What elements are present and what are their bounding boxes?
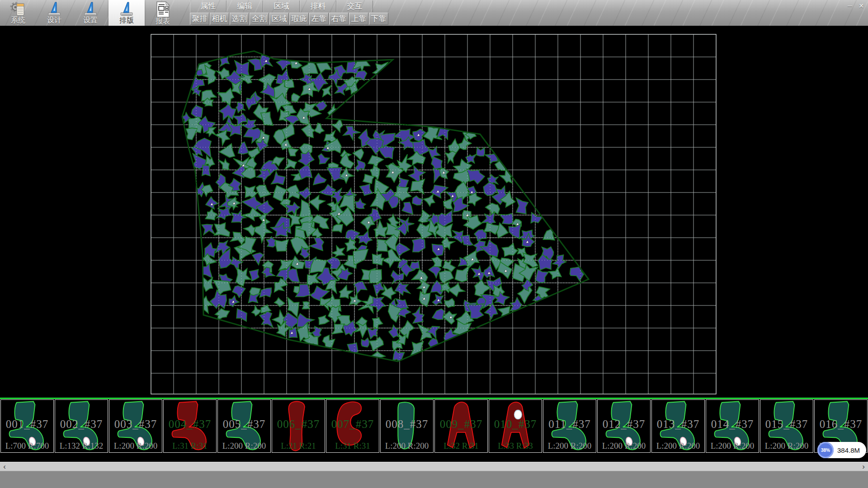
gear-notebook-icon <box>9 1 27 17</box>
piece-id-label: 009_#37 <box>435 418 487 431</box>
piece-id-label: 010_#37 <box>489 418 542 431</box>
minimize-button[interactable]: ─ <box>845 1 855 11</box>
piece-lr-label: L:200 R:200 <box>109 441 162 451</box>
toolbar-tab-2[interactable]: 设计 <box>36 0 72 26</box>
piece-lr-label: L:200 R:200 <box>652 441 704 451</box>
toolbar-tab-3[interactable]: 设置 <box>72 0 108 26</box>
menu-area: 属性编辑区域排料交互 聚排相机选割全割区域瑕疵左靠右靠上靠下靠 <box>190 0 841 26</box>
strip-divider-line <box>0 398 868 399</box>
toolbar-tab-5[interactable]: 报表 <box>145 0 181 26</box>
piece-thumbnail[interactable]: 007_#37L:31 R:31 <box>326 399 379 453</box>
piece-id-label: 002_#37 <box>55 418 108 431</box>
progress-percent: 38% <box>821 448 830 453</box>
piece-thumbnail[interactable]: 012_#37L:200 R:200 <box>597 399 651 453</box>
nesting-drawing <box>0 26 868 398</box>
tool-button-6[interactable]: 瑕疵 <box>289 13 309 25</box>
progress-badge[interactable]: 38% 384.8M <box>817 442 866 458</box>
piece-thumbnail[interactable]: 005_#37L:200 R:200 <box>217 399 271 453</box>
application-window: 系统设计设置排版报表 属性编辑区域排料交互 聚排相机选割全割区域瑕疵左靠右靠上靠… <box>0 0 868 488</box>
menu-row-top: 属性编辑区域排料交互 <box>190 0 373 12</box>
titlebar: 系统设计设置排版报表 属性编辑区域排料交互 聚排相机选割全割区域瑕疵左靠右靠上靠… <box>0 0 868 26</box>
piece-id-label: 015_#37 <box>760 418 813 431</box>
piece-lr-label: L:32 R:31 <box>435 441 487 451</box>
tool-button-3[interactable]: 选割 <box>230 13 249 25</box>
toolbar-tab-label: 设置 <box>83 17 98 24</box>
piece-lr-label: L:31 R:31 <box>164 441 216 451</box>
piece-lr-label: L:200 R:200 <box>760 441 813 451</box>
piece-thumbnail[interactable]: 004_#37L:31 R:31 <box>163 399 217 453</box>
piece-thumbnail[interactable]: 015_#37L:200 R:200 <box>760 399 813 453</box>
tool-button-5[interactable]: 区域 <box>269 13 289 25</box>
piece-lr-label: L:31 R:31 <box>326 441 379 451</box>
piece-lr-label: L:132 R:132 <box>55 441 108 451</box>
scroll-left-arrow[interactable]: ‹ <box>1 462 8 471</box>
menu-item-4[interactable]: 排料 <box>300 0 336 12</box>
menu-item-2[interactable]: 编辑 <box>226 0 263 12</box>
piece-lr-label: L:700 R:700 <box>1 441 53 451</box>
horizontal-scrollbar[interactable]: ‹ › <box>0 462 868 471</box>
set-square-icon <box>46 1 63 17</box>
piece-id-label: 005_#37 <box>218 418 270 431</box>
main-toolbar: 系统设计设置排版报表 <box>0 0 181 26</box>
piece-thumbnail[interactable]: 010_#37L:33 R:33 <box>489 399 542 453</box>
piece-thumbnail[interactable]: 002_#37L:132 R:132 <box>55 399 108 453</box>
piece-id-label: 003_#37 <box>109 418 162 431</box>
piece-thumbnail[interactable]: 014_#37L:200 R:200 <box>706 399 759 453</box>
toolbar-tab-label: 系统 <box>11 17 25 24</box>
memory-size-label: 384.8M <box>837 446 860 454</box>
toolbar-tab-label: 报表 <box>156 18 170 25</box>
toolbar-tab-label: 排版 <box>119 17 134 24</box>
tool-button-10[interactable]: 下靠 <box>369 13 388 25</box>
menu-item-5[interactable]: 交互 <box>336 0 373 12</box>
toolbar-tab-label: 设计 <box>47 17 61 24</box>
piece-id-label: 016_#37 <box>815 418 867 431</box>
piece-id-label: 008_#37 <box>381 418 433 431</box>
piece-thumbnail-list: 001_#37L:700 R:700002_#37L:132 R:132003_… <box>0 399 868 453</box>
piece-lr-label: L:200 R:200 <box>706 441 759 451</box>
piece-id-label: 014_#37 <box>706 418 759 431</box>
tool-button-2[interactable]: 相机 <box>210 13 229 25</box>
piece-thumbnail[interactable]: 011_#37L:200 R:200 <box>543 399 596 453</box>
piece-thumbnail[interactable]: 001_#37L:700 R:700 <box>0 399 54 453</box>
set-square-icon <box>82 1 99 17</box>
report-doc-icon <box>155 1 171 18</box>
piece-thumbnail[interactable]: 003_#37L:200 R:200 <box>109 399 162 453</box>
piece-id-label: 007_#37 <box>326 418 379 431</box>
menu-item-3[interactable]: 区域 <box>263 0 300 12</box>
piece-id-label: 006_#37 <box>272 418 325 431</box>
menu-item-1[interactable]: 属性 <box>190 0 226 12</box>
piece-lr-label: L:200 R:200 <box>543 441 596 451</box>
set-square-icon <box>118 1 135 17</box>
piece-id-label: 004_#37 <box>164 418 216 431</box>
toolbar-tab-1[interactable]: 系统 <box>0 0 36 26</box>
tool-button-8[interactable]: 右靠 <box>329 13 349 25</box>
toolbar-tab-4[interactable]: 排版 <box>108 0 145 26</box>
piece-lr-label: L:21 R:21 <box>272 441 325 451</box>
tool-button-9[interactable]: 上靠 <box>349 13 368 25</box>
piece-lr-label: L:200 R:200 <box>381 441 433 451</box>
tool-button-7[interactable]: 左靠 <box>309 13 329 25</box>
piece-id-label: 011_#37 <box>543 418 596 431</box>
piece-id-label: 012_#37 <box>598 418 650 431</box>
progress-percent-circle: 38% <box>817 442 834 458</box>
piece-thumbnail[interactable]: 009_#37L:32 R:31 <box>434 399 488 453</box>
tool-button-1[interactable]: 聚排 <box>190 13 209 25</box>
close-button[interactable]: ✕ <box>856 1 866 11</box>
pieces-strip: 001_#37L:700 R:700002_#37L:132 R:132003_… <box>0 398 868 462</box>
piece-id-label: 001_#37 <box>1 418 53 431</box>
piece-lr-label: L:200 R:200 <box>598 441 650 451</box>
piece-thumbnail[interactable]: 006_#37L:21 R:21 <box>272 399 325 453</box>
tool-button-4[interactable]: 全割 <box>250 13 269 25</box>
piece-thumbnail[interactable]: 013_#37L:200 R:200 <box>651 399 705 453</box>
piece-id-label: 013_#37 <box>652 418 704 431</box>
piece-lr-label: L:200 R:200 <box>218 441 270 451</box>
window-controls: ─ ✕ <box>845 1 866 11</box>
menu-row-tools: 聚排相机选割全割区域瑕疵左靠右靠上靠下靠 <box>190 13 389 25</box>
nesting-canvas[interactable] <box>0 26 868 398</box>
scroll-right-arrow[interactable]: › <box>860 462 867 471</box>
status-bar <box>0 471 868 488</box>
piece-lr-label: L:33 R:33 <box>489 441 542 451</box>
piece-thumbnail[interactable]: 008_#37L:200 R:200 <box>380 399 434 453</box>
